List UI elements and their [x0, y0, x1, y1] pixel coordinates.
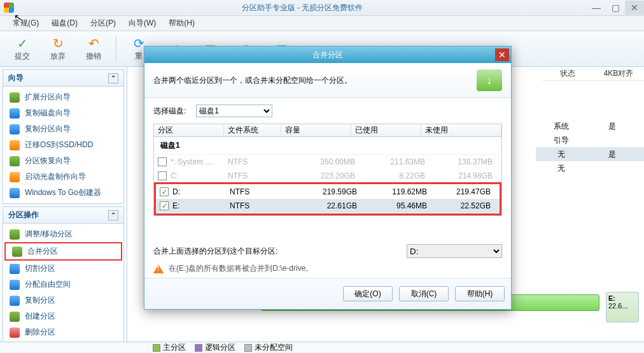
- sidebar-item-label: 复制分区向导: [25, 124, 71, 134]
- maximize-button[interactable]: ▢: [606, 1, 625, 15]
- menubar: 常规(G) 磁盘(D) 分区(P) 向导(W) 帮助(H): [0, 16, 644, 31]
- cancel-button[interactable]: 取消(C): [399, 286, 449, 301]
- sidebar-item-label: 调整/移动分区: [25, 229, 73, 240]
- table-row[interactable]: 无是: [536, 147, 644, 161]
- legend-swatch: [195, 344, 202, 352]
- target-dropdown[interactable]: D:: [407, 244, 502, 258]
- menu-partition[interactable]: 分区(P): [84, 18, 122, 29]
- panel-wizard-title: 向导: [8, 73, 24, 83]
- panel-wizard: 向导 ⌃ 扩展分区向导复制磁盘向导复制分区向导迁移OS到SSD/HDD分区恢复向…: [3, 69, 124, 204]
- panel-ops-header[interactable]: 分区操作 ⌃: [3, 207, 123, 224]
- panel-wizard-header[interactable]: 向导 ⌃: [3, 70, 123, 87]
- menu-disk[interactable]: 磁盘(D): [45, 18, 84, 29]
- window-title: 分区助手专业版 - 无损分区免费软件: [18, 3, 587, 13]
- row-used: 211.63MB: [355, 157, 425, 166]
- sidebar-item[interactable]: Windows To Go创建器: [3, 185, 123, 201]
- sidebar-item[interactable]: 删除分区: [3, 324, 123, 340]
- close-button[interactable]: ✕: [625, 1, 644, 15]
- sidebar-item-label: 复制磁盘向导: [25, 108, 71, 119]
- th-capacity: 容量: [281, 125, 351, 136]
- sidebar-item[interactable]: 调整/移动分区: [3, 226, 123, 242]
- sidebar-item-icon: [10, 280, 20, 290]
- row-cap: 223.20GB: [285, 171, 355, 180]
- sidebar-item[interactable]: 分配自由空间: [3, 277, 123, 292]
- sidebar-item-label: Windows To Go创建器: [25, 187, 101, 198]
- partition-row[interactable]: *: System ... NTFS 350.00MB 211.63MB 138…: [154, 155, 501, 169]
- sidebar-item[interactable]: 迁移OS到SSD/HDD: [3, 137, 123, 153]
- sidebar-item-label: 切割分区: [25, 263, 55, 274]
- legend: 主分区逻辑分区未分配空间: [0, 342, 644, 353]
- sidebar-item-icon: [10, 140, 20, 150]
- merge-partition-dialog: 合并分区 ✕ 合并两个临近分区到一个，或合并未分配空间给一个分区。 选择磁盘: …: [144, 46, 512, 310]
- row-cap: 22.61GB: [287, 201, 357, 210]
- minimize-button[interactable]: —: [587, 1, 606, 15]
- partition-row[interactable]: ✓ E: NTFS 22.61GB 95.46MB 22.52GB: [156, 199, 500, 213]
- col-4kb: 4KB对齐: [593, 68, 644, 79]
- warning-icon: [153, 264, 164, 273]
- select-disk-label: 选择磁盘:: [153, 106, 186, 117]
- sidebar-item[interactable]: 分区恢复向导: [3, 153, 123, 169]
- partition-row[interactable]: C: NTFS 223.20GB 8.22GB 214.98GB: [154, 169, 501, 183]
- dialog-description: 合并两个临近分区到一个，或合并未分配空间给一个分区。: [153, 75, 352, 86]
- sidebar-item-icon: [10, 312, 20, 322]
- menu-help[interactable]: 帮助(H): [162, 18, 201, 29]
- table-row[interactable]: 无: [536, 161, 644, 175]
- toolbar-icon: ✓: [13, 36, 31, 51]
- table-row[interactable]: 引导: [536, 133, 644, 147]
- legend-label: 逻辑分区: [205, 342, 235, 353]
- disk-tile-e[interactable]: E: 22.6...: [606, 292, 639, 322]
- dialog-titlebar: 合并分区 ✕: [144, 47, 511, 63]
- row-fs: NTFS: [230, 201, 287, 210]
- toolbar-button[interactable]: ✓提交: [6, 36, 38, 62]
- sidebar-item-icon: [10, 264, 20, 274]
- legend-swatch: [153, 344, 160, 352]
- checkbox[interactable]: ✓: [160, 201, 169, 210]
- sidebar-item[interactable]: 扩展分区向导: [3, 89, 123, 105]
- checkbox[interactable]: ✓: [160, 187, 169, 196]
- row-free: 22.52GB: [427, 201, 496, 210]
- sidebar-item-label: 分配自由空间: [25, 279, 71, 290]
- toolbar-button[interactable]: ↶撤销: [78, 36, 109, 62]
- menu-general[interactable]: 常规(G): [6, 18, 45, 29]
- disk-size: 22.6...: [608, 302, 636, 310]
- row-used: 95.46MB: [357, 201, 427, 210]
- menu-wizard[interactable]: 向导(W): [122, 18, 162, 29]
- window-titlebar: 分区助手专业版 - 无损分区免费软件 — ▢ ✕: [0, 0, 644, 16]
- sidebar-item-icon: [10, 156, 20, 166]
- sidebar-item[interactable]: 复制分区向导: [3, 121, 123, 137]
- sidebar-item[interactable]: 创建分区: [3, 308, 123, 324]
- help-button[interactable]: 帮助(H): [455, 286, 505, 301]
- row-name: D:: [172, 187, 230, 196]
- sidebar-item-label: 扩展分区向导: [25, 92, 71, 103]
- row-fs: NTFS: [230, 187, 287, 196]
- row-used: 8.22GB: [355, 171, 425, 180]
- sidebar-item[interactable]: 切割分区: [3, 261, 123, 277]
- checkbox[interactable]: [158, 171, 167, 180]
- sidebar-item[interactable]: 启动光盘制作向导: [3, 169, 123, 185]
- dialog-close-button[interactable]: ✕: [495, 48, 509, 61]
- checkbox[interactable]: [158, 157, 167, 166]
- panel-ops-title: 分区操作: [8, 210, 39, 220]
- sidebar-item-icon: [10, 172, 20, 182]
- disk-group-label: 磁盘1: [154, 137, 501, 155]
- app-icon: [4, 3, 14, 13]
- legend-label: 未分配空间: [255, 342, 293, 353]
- sidebar-item-icon: [10, 124, 20, 134]
- toolbar-button[interactable]: ↻放弃: [42, 36, 74, 62]
- select-disk-dropdown[interactable]: 磁盘1: [196, 104, 272, 117]
- sidebar-item[interactable]: 复制分区: [3, 292, 123, 308]
- merge-icon: [477, 69, 502, 91]
- collapse-icon[interactable]: ⌃: [108, 73, 118, 83]
- ok-button[interactable]: 确定(O): [343, 286, 393, 301]
- row-name: *: System ...: [171, 157, 228, 166]
- sidebar-item[interactable]: 合并分区: [4, 242, 122, 261]
- collapse-icon[interactable]: ⌃: [108, 210, 118, 220]
- th-fs: 文件系统: [224, 125, 281, 136]
- table-row[interactable]: 系统是: [536, 119, 644, 133]
- sidebar-item[interactable]: 复制磁盘向导: [3, 105, 123, 121]
- panel-partition-ops: 分区操作 ⌃ 调整/移动分区合并分区切割分区分配自由空间复制分区创建分区删除分区: [3, 206, 124, 342]
- partition-row[interactable]: ✓ D: NTFS 219.59GB 119.62MB 219.47GB: [156, 185, 500, 199]
- row-name: E:: [172, 201, 230, 210]
- legend-item: 主分区: [153, 342, 186, 353]
- toolbar-label: 提交: [15, 51, 30, 62]
